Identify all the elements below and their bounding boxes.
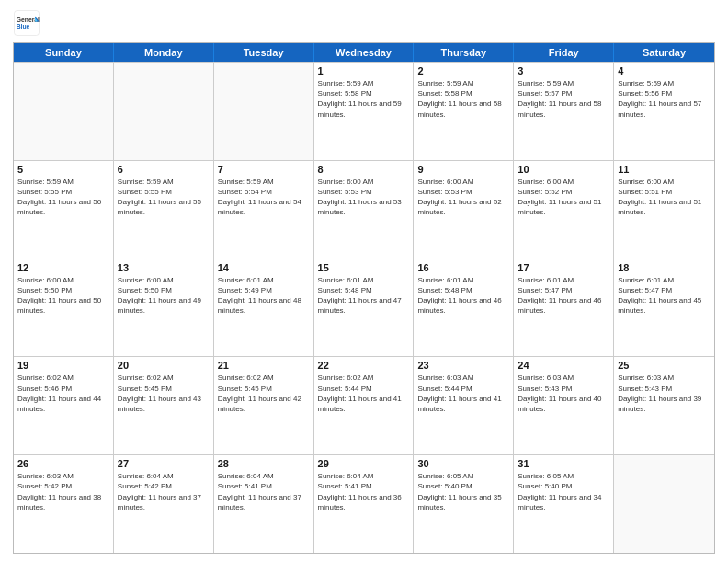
calendar-cell: 24Sunrise: 6:03 AMSunset: 5:43 PMDayligh… (514, 357, 614, 454)
calendar-cell: 25Sunrise: 6:03 AMSunset: 5:43 PMDayligh… (614, 357, 714, 454)
calendar-cell: 13Sunrise: 6:00 AMSunset: 5:50 PMDayligh… (114, 259, 214, 357)
calendar-cell: 21Sunrise: 6:02 AMSunset: 5:45 PMDayligh… (214, 357, 314, 454)
day-info: Sunrise: 6:00 AMSunset: 5:53 PMDaylight:… (417, 177, 509, 218)
day-number: 30 (417, 458, 509, 469)
day-info: Sunrise: 5:59 AMSunset: 5:57 PMDaylight:… (518, 78, 609, 120)
day-number: 21 (218, 360, 310, 371)
day-info: Sunrise: 6:01 AMSunset: 5:48 PMDaylight:… (318, 275, 410, 316)
day-number: 13 (118, 262, 210, 273)
day-number: 6 (118, 164, 210, 175)
day-number: 28 (218, 458, 310, 469)
calendar-cell: 9Sunrise: 6:00 AMSunset: 5:53 PMDaylight… (414, 161, 514, 259)
calendar-cell: 29Sunrise: 6:04 AMSunset: 5:41 PMDayligh… (314, 455, 415, 553)
day-number: 7 (218, 164, 310, 175)
day-number: 22 (318, 360, 410, 371)
day-info: Sunrise: 6:01 AMSunset: 5:49 PMDaylight:… (218, 275, 310, 316)
calendar-cell: 16Sunrise: 6:01 AMSunset: 5:48 PMDayligh… (414, 259, 514, 357)
day-number: 23 (417, 360, 509, 371)
calendar-week-3: 12Sunrise: 6:00 AMSunset: 5:50 PMDayligh… (14, 259, 714, 357)
calendar-week-5: 26Sunrise: 6:03 AMSunset: 5:42 PMDayligh… (14, 454, 714, 553)
calendar-week-4: 19Sunrise: 6:02 AMSunset: 5:46 PMDayligh… (14, 356, 714, 454)
calendar-cell: 18Sunrise: 6:01 AMSunset: 5:47 PMDayligh… (614, 259, 714, 357)
day-number: 25 (618, 360, 711, 371)
day-info: Sunrise: 6:00 AMSunset: 5:53 PMDaylight:… (318, 177, 410, 218)
calendar-week-2: 5Sunrise: 5:59 AMSunset: 5:55 PMDaylight… (14, 160, 714, 259)
calendar-cell: 7Sunrise: 5:59 AMSunset: 5:54 PMDaylight… (214, 161, 314, 259)
header-day-wednesday: Wednesday (314, 43, 415, 62)
day-number: 16 (417, 262, 509, 273)
calendar-cell: 27Sunrise: 6:04 AMSunset: 5:42 PMDayligh… (114, 455, 214, 553)
calendar-cell: 8Sunrise: 6:00 AMSunset: 5:53 PMDaylight… (314, 161, 415, 259)
day-info: Sunrise: 6:02 AMSunset: 5:45 PMDaylight:… (218, 373, 310, 414)
day-number: 19 (17, 360, 109, 371)
day-number: 18 (618, 262, 711, 273)
day-info: Sunrise: 6:05 AMSunset: 5:40 PMDaylight:… (417, 471, 509, 512)
day-number: 20 (118, 360, 210, 371)
day-info: Sunrise: 6:00 AMSunset: 5:50 PMDaylight:… (17, 275, 109, 316)
day-info: Sunrise: 5:59 AMSunset: 5:58 PMDaylight:… (318, 78, 410, 120)
day-info: Sunrise: 5:59 AMSunset: 5:55 PMDaylight:… (17, 177, 109, 218)
day-number: 15 (318, 262, 410, 273)
day-info: Sunrise: 6:02 AMSunset: 5:46 PMDaylight:… (17, 373, 109, 414)
day-number: 3 (518, 65, 609, 76)
calendar-cell: 19Sunrise: 6:02 AMSunset: 5:46 PMDayligh… (14, 357, 114, 454)
day-info: Sunrise: 5:59 AMSunset: 5:55 PMDaylight:… (118, 177, 210, 218)
day-number: 1 (318, 65, 410, 76)
calendar-cell: 2Sunrise: 5:59 AMSunset: 5:58 PMDaylight… (414, 63, 514, 160)
day-info: Sunrise: 6:01 AMSunset: 5:47 PMDaylight:… (518, 275, 609, 316)
day-info: Sunrise: 5:59 AMSunset: 5:58 PMDaylight:… (417, 78, 509, 120)
day-number: 14 (218, 262, 310, 273)
header: General Blue (13, 9, 715, 37)
calendar-cell: 3Sunrise: 5:59 AMSunset: 5:57 PMDaylight… (514, 63, 614, 160)
day-info: Sunrise: 6:01 AMSunset: 5:48 PMDaylight:… (417, 275, 509, 316)
day-number: 9 (417, 164, 509, 175)
day-number: 12 (17, 262, 109, 273)
day-info: Sunrise: 6:03 AMSunset: 5:44 PMDaylight:… (417, 373, 509, 414)
calendar-cell (114, 63, 214, 160)
day-info: Sunrise: 5:59 AMSunset: 5:54 PMDaylight:… (218, 177, 310, 218)
page-container: General Blue SundayMondayTuesdayWednesda… (0, 0, 728, 563)
calendar-cell: 6Sunrise: 5:59 AMSunset: 5:55 PMDaylight… (114, 161, 214, 259)
header-day-sunday: Sunday (14, 43, 114, 62)
calendar-cell (614, 455, 714, 553)
day-info: Sunrise: 6:03 AMSunset: 5:43 PMDaylight:… (518, 373, 609, 414)
day-info: Sunrise: 6:00 AMSunset: 5:51 PMDaylight:… (618, 177, 711, 218)
day-info: Sunrise: 5:59 AMSunset: 5:56 PMDaylight:… (618, 78, 711, 120)
logo: General Blue (13, 9, 44, 37)
day-number: 8 (318, 164, 410, 175)
day-number: 31 (518, 458, 609, 469)
calendar-cell (14, 63, 114, 160)
calendar-cell: 12Sunrise: 6:00 AMSunset: 5:50 PMDayligh… (14, 259, 114, 357)
calendar-cell: 28Sunrise: 6:04 AMSunset: 5:41 PMDayligh… (214, 455, 314, 553)
calendar-cell: 17Sunrise: 6:01 AMSunset: 5:47 PMDayligh… (514, 259, 614, 357)
day-info: Sunrise: 6:05 AMSunset: 5:40 PMDaylight:… (518, 471, 609, 512)
calendar-cell: 14Sunrise: 6:01 AMSunset: 5:49 PMDayligh… (214, 259, 314, 357)
calendar-cell: 1Sunrise: 5:59 AMSunset: 5:58 PMDaylight… (314, 63, 415, 160)
day-number: 27 (118, 458, 210, 469)
calendar-cell: 4Sunrise: 5:59 AMSunset: 5:56 PMDaylight… (614, 63, 714, 160)
calendar: SundayMondayTuesdayWednesdayThursdayFrid… (13, 42, 715, 554)
day-number: 11 (618, 164, 711, 175)
calendar-cell (214, 63, 314, 160)
day-number: 17 (518, 262, 609, 273)
day-info: Sunrise: 6:04 AMSunset: 5:41 PMDaylight:… (318, 471, 410, 512)
calendar-cell: 11Sunrise: 6:00 AMSunset: 5:51 PMDayligh… (614, 161, 714, 259)
day-number: 5 (17, 164, 109, 175)
calendar-cell: 10Sunrise: 6:00 AMSunset: 5:52 PMDayligh… (514, 161, 614, 259)
calendar-cell: 15Sunrise: 6:01 AMSunset: 5:48 PMDayligh… (314, 259, 415, 357)
calendar-body: 1Sunrise: 5:59 AMSunset: 5:58 PMDaylight… (14, 62, 714, 553)
header-day-thursday: Thursday (414, 43, 514, 62)
day-number: 4 (618, 65, 711, 76)
day-info: Sunrise: 6:03 AMSunset: 5:43 PMDaylight:… (618, 373, 711, 414)
header-day-saturday: Saturday (614, 43, 714, 62)
day-info: Sunrise: 6:03 AMSunset: 5:42 PMDaylight:… (17, 471, 109, 512)
logo-icon: General Blue (13, 9, 40, 37)
day-number: 2 (417, 65, 509, 76)
day-info: Sunrise: 6:04 AMSunset: 5:41 PMDaylight:… (218, 471, 310, 512)
day-number: 29 (318, 458, 410, 469)
calendar-header-row: SundayMondayTuesdayWednesdayThursdayFrid… (14, 43, 714, 62)
calendar-cell: 20Sunrise: 6:02 AMSunset: 5:45 PMDayligh… (114, 357, 214, 454)
calendar-cell: 23Sunrise: 6:03 AMSunset: 5:44 PMDayligh… (414, 357, 514, 454)
day-number: 10 (518, 164, 609, 175)
day-info: Sunrise: 6:04 AMSunset: 5:42 PMDaylight:… (118, 471, 210, 512)
